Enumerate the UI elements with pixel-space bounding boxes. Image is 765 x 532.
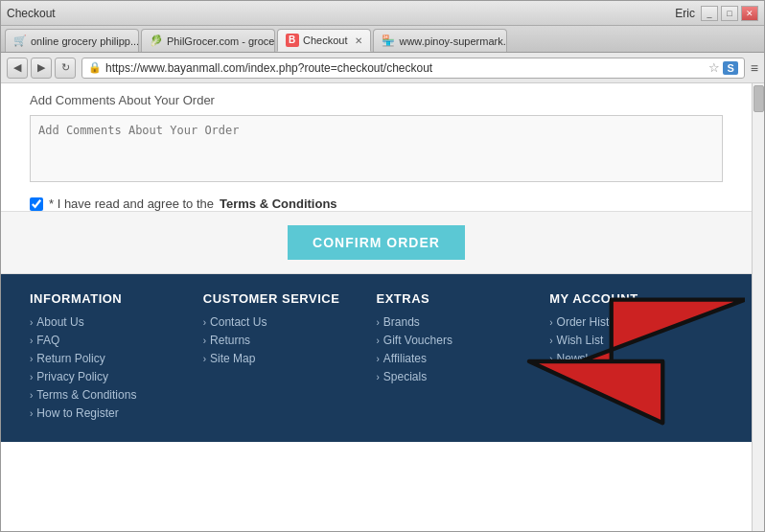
tab-favicon-3: B [286, 34, 299, 47]
footer-col-account: MY ACCOUNT › Order History › Wish List ›… [549, 291, 723, 425]
confirm-section: CONFIRM ORDER [1, 211, 752, 274]
url-text: https://www.bayanmall.com/index.php?rout… [105, 61, 432, 75]
footer-col-extras: EXTRAS › Brands › Gift Vouchers › Affili… [377, 291, 550, 425]
minimize-button[interactable]: _ [701, 6, 718, 21]
tab-favicon-1: 🛒 [13, 35, 27, 48]
footer-link-contact[interactable]: › Contact Us [203, 315, 367, 329]
tab-1[interactable]: 🛒 online grocery philipp... ✕ [5, 29, 139, 52]
back-button[interactable]: ◀ [7, 58, 28, 79]
extension-icon: S [723, 61, 737, 75]
footer-link-newsletter[interactable]: › Newsletter [549, 352, 713, 365]
title-bar: Checkout Eric _ □ ✕ [1, 1, 764, 26]
nav-buttons: ◀ ▶ ↻ [7, 58, 76, 79]
footer-link-faq[interactable]: › FAQ [30, 334, 194, 347]
footer-link-brands[interactable]: › Brands [377, 315, 541, 329]
tab-3[interactable]: B Checkout ✕ [277, 29, 371, 52]
tab-2[interactable]: 🥬 PhilGrocer.com - groce... ✕ [141, 29, 275, 52]
tab-4[interactable]: 🏪 www.pinoy-supermark... ✕ [373, 29, 507, 52]
footer-link-return-policy[interactable]: › Return Policy [30, 352, 194, 365]
footer-link-terms[interactable]: › Terms & Conditions [30, 388, 194, 402]
tab-label-4: www.pinoy-supermark... [399, 35, 507, 47]
window-title: Checkout [7, 7, 56, 20]
tab-close-3[interactable]: ✕ [355, 35, 362, 46]
lock-icon: 🔒 [88, 61, 102, 74]
footer-link-gift-vouchers[interactable]: › Gift Vouchers [377, 334, 541, 347]
footer-link-about[interactable]: › About Us [30, 315, 194, 329]
browser-window: Checkout Eric _ □ ✕ 🛒 online grocery phi… [0, 0, 765, 532]
star-icon[interactable]: ☆ [708, 60, 720, 75]
footer-link-affiliates[interactable]: › Affiliates [377, 352, 541, 365]
scrollbar[interactable] [752, 83, 764, 531]
footer-title-extras: EXTRAS [377, 291, 541, 306]
tabs-bar: 🛒 online grocery philipp... ✕ 🥬 PhilGroc… [1, 26, 764, 53]
tab-label-1: online grocery philipp... [31, 35, 139, 47]
footer-link-specials[interactable]: › Specials [377, 370, 541, 383]
terms-row: * I have read and agree to the Terms & C… [30, 197, 723, 211]
footer-title-information: INFORMATION [30, 291, 194, 306]
url-bar[interactable]: 🔒 https://www.bayanmall.com/index.php?ro… [81, 58, 745, 79]
user-name: Eric [675, 7, 695, 20]
checkout-form-section: Add Comments About Your Order * I have r… [1, 83, 752, 211]
footer-link-wish-list[interactable]: › Wish List [549, 334, 713, 347]
window-controls: _ □ ✕ [701, 6, 758, 21]
page-content: Add Comments About Your Order * I have r… [1, 83, 764, 531]
close-button[interactable]: ✕ [741, 6, 758, 21]
scrollbar-thumb[interactable] [753, 85, 764, 112]
tab-favicon-4: 🏪 [382, 35, 395, 48]
footer-title-account: MY ACCOUNT [549, 291, 713, 306]
footer-title-customer-service: CUSTOMER SERVICE [203, 291, 367, 306]
menu-button[interactable]: ≡ [751, 60, 758, 76]
comments-label: Add Comments About Your Order [30, 93, 723, 107]
forward-button[interactable]: ▶ [31, 58, 52, 79]
tab-label-3: Checkout [303, 35, 347, 46]
address-bar: ◀ ▶ ↻ 🔒 https://www.bayanmall.com/index.… [1, 53, 764, 83]
terms-checkbox[interactable] [30, 197, 43, 211]
terms-text-prefix: * I have read and agree to the [49, 197, 214, 211]
footer-link-sitemap[interactable]: › Site Map [203, 352, 367, 365]
maximize-button[interactable]: □ [721, 6, 738, 21]
footer-col-customer-service: CUSTOMER SERVICE › Contact Us › Returns … [203, 291, 377, 425]
footer: INFORMATION › About Us › FAQ › Return Po… [1, 274, 752, 442]
refresh-button[interactable]: ↻ [55, 58, 76, 79]
footer-link-privacy[interactable]: › Privacy Policy [30, 370, 194, 383]
confirm-order-button[interactable]: CONFIRM ORDER [288, 225, 465, 260]
footer-link-register[interactable]: › How to Register [30, 406, 194, 420]
comments-textarea[interactable] [30, 115, 723, 182]
footer-link-returns[interactable]: › Returns [203, 334, 367, 347]
footer-col-information: INFORMATION › About Us › FAQ › Return Po… [30, 291, 203, 425]
terms-link[interactable]: Terms & Conditions [220, 197, 337, 211]
url-icons: ☆ S [708, 60, 737, 75]
tab-label-2: PhilGrocer.com - groce... [167, 35, 275, 47]
tab-favicon-2: 🥬 [150, 35, 163, 48]
footer-link-order-history[interactable]: › Order History [549, 315, 713, 329]
